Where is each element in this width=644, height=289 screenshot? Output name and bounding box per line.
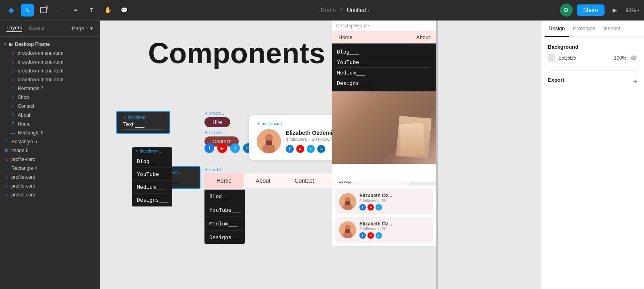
layer-item[interactable]: ◇ dropdown-menu-item [0, 66, 99, 75]
layer-rect-icon: □ [10, 85, 16, 92]
facebook-icon[interactable]: f [204, 143, 214, 153]
pc-social-1: f ▶ t [359, 204, 429, 211]
frame-icon: ⊞ [9, 42, 12, 47]
tab-design[interactable]: Design [545, 21, 569, 37]
layer-component-icon: ◇ [3, 174, 10, 180]
profile-li-icon[interactable]: in [317, 145, 325, 153]
layer-item[interactable]: ⊞ image 6 [0, 146, 99, 155]
right-panel: Design Prototype Inspect Background E5E5… [541, 21, 644, 289]
pc-name-2: Elizabeth Öz... [359, 221, 429, 227]
export-add-button[interactable]: + [633, 78, 638, 86]
pc-tw-icon-2[interactable]: t [376, 232, 382, 239]
color-value[interactable]: E5E5E5 [558, 55, 611, 61]
layer-item[interactable]: □ Rectangle 7 [0, 84, 99, 93]
canvas-divider[interactable] [436, 21, 438, 289]
buttons-section: ✦ btn-pri... Hire ✦ btn-sec... Contact [204, 111, 239, 147]
profile-fb-icon[interactable]: f [286, 145, 294, 153]
pc-fb-icon[interactable]: f [359, 204, 366, 211]
tab-inspect[interactable]: Inspect [599, 21, 624, 37]
btn-secondary-header: ✦ btn-sec... [204, 130, 239, 135]
frame-tool[interactable] [37, 4, 50, 17]
component-star-icon: ✦ [204, 167, 208, 172]
layer-component-icon: ◇ [10, 76, 16, 83]
zoom-control[interactable]: 96% ▾ [625, 7, 639, 13]
df-menu-youtube: YouTube___ [337, 57, 431, 68]
layer-item[interactable]: □ Rectangle 5 [0, 137, 99, 146]
profile-tw-icon[interactable]: t [307, 145, 315, 153]
layer-minus-icon: — [3, 165, 10, 171]
layer-image-icon: ⊞ [3, 147, 10, 154]
layer-item[interactable]: ◇ dropdown-menu-item [0, 58, 99, 66]
layer-item-shop[interactable]: T Shop [0, 93, 99, 102]
layer-item[interactable]: ◇ dropdown-menu-item [0, 49, 99, 58]
df-book-2 [399, 123, 425, 156]
layer-item[interactable]: ◇ profile-card [0, 182, 99, 190]
nav-dd-medium: Medium___ [204, 217, 245, 231]
btn-primary-header: ✦ btn-pri... [204, 111, 239, 116]
layer-group-desktop-frame[interactable]: ▼ ⊞ Desktop Frame [0, 40, 99, 49]
tab-layers[interactable]: Layers [6, 25, 22, 32]
layer-item-about[interactable]: T About [0, 111, 99, 120]
play-button[interactable]: ▶ [609, 4, 621, 17]
layer-item-contact[interactable]: T Contact [0, 102, 99, 111]
right-panel-content: Background E5E5E5 100% Export + [541, 37, 644, 289]
shape-tool[interactable]: □ [53, 4, 66, 17]
main-layout: Layers Assets Page 1 ▾ ▼ ⊞ Desktop Frame… [0, 21, 644, 289]
pc-yt-icon-2[interactable]: ▶ [367, 232, 374, 239]
layer-item[interactable]: — Rectangle 6 [0, 128, 99, 137]
layer-item[interactable]: ◇ dropdown-menu-item [0, 75, 99, 84]
share-button[interactable]: Share [577, 4, 605, 16]
desktop-frame-label: Desktop Frame [332, 21, 436, 31]
ddm-item-medium: Medium___ [132, 181, 172, 194]
visibility-toggle-icon[interactable] [630, 54, 638, 62]
nav-item-contact[interactable]: Contact [283, 173, 326, 188]
pc-info-2: Elizabeth Öz... 4 followers 20 f ▶ t [359, 221, 429, 239]
pc-yt-icon[interactable]: ▶ [367, 204, 374, 211]
nav-item-home[interactable]: Home [204, 173, 244, 188]
nav-item-about[interactable]: About [244, 173, 283, 188]
df-menu-blog: Blog___ [337, 47, 431, 57]
comment-tool[interactable]: 💬 [118, 4, 130, 17]
canvas-scroll[interactable]: Components ✦ dropdown... Text ___ [100, 21, 541, 289]
pc-tw-icon[interactable]: t [376, 204, 382, 211]
layer-component-icon: ◇ [10, 68, 16, 74]
app-menu-icon[interactable]: ◆ [5, 4, 18, 17]
tab-prototype[interactable]: Prototype [569, 21, 599, 37]
profile-avatar [257, 129, 281, 153]
dropdown-dark-menu: ✦ dropdown-... Blog___ YouTube___ Medium… [132, 147, 172, 206]
page-selector[interactable]: Page 1 ▾ [72, 25, 93, 31]
twitter-icon[interactable]: t [230, 143, 240, 153]
layer-minus-icon: — [10, 130, 16, 136]
layer-item[interactable]: ◇ profile-card [0, 155, 99, 164]
layer-item-home[interactable]: T Home [0, 120, 99, 128]
export-header: Export + [548, 77, 638, 87]
layer-item[interactable]: — Rectangle 4 [0, 164, 99, 173]
hire-button[interactable]: Hire [204, 117, 230, 127]
select-tool[interactable]: ↖ [21, 4, 34, 17]
document-title[interactable]: Untitled ▾ [347, 7, 369, 13]
component-star-icon: ✦ [257, 122, 260, 126]
nav-dropdown: Blog___ YouTube___ Medium___ Designs___ [204, 190, 245, 244]
layer-component-icon: ◇ [3, 156, 10, 163]
pc-fb-icon-2[interactable]: f [359, 232, 366, 239]
user-avatar[interactable]: D [560, 4, 573, 17]
layer-item[interactable]: ◇ profile-card [0, 190, 99, 199]
dtb-header: ✦ dropdown... [123, 115, 163, 120]
tab-assets[interactable]: Assets [29, 25, 44, 32]
layer-item[interactable]: ◇ profile-card [0, 173, 99, 182]
pc-info-1: Elizabeth Öz... 4 followers 20 f ▶ t [359, 193, 429, 211]
canvas-area[interactable]: Components ✦ dropdown... Text ___ [100, 21, 541, 289]
layer-component-icon: ◇ [3, 183, 10, 189]
toolbar-left: ◆ ↖ □ ✒ T ✋ 💬 [5, 4, 130, 17]
ddm-item-youtube: YouTube___ [132, 168, 172, 181]
left-panel: Layers Assets Page 1 ▾ ▼ ⊞ Desktop Frame… [0, 21, 100, 289]
pen-tool[interactable]: ✒ [69, 4, 82, 17]
color-swatch[interactable] [548, 54, 555, 62]
profile-yt-icon[interactable]: ▶ [296, 145, 304, 153]
dropdown-text-box-abs: ✦ dropdown... Text ___ [116, 111, 170, 134]
hand-tool[interactable]: ✋ [101, 4, 114, 17]
youtube-icon[interactable]: ▶ [217, 143, 227, 153]
nav-dd-youtube: YouTube___ [204, 203, 245, 217]
text-tool[interactable]: T [85, 4, 98, 17]
pc-stats-2: 4 followers 20 [359, 227, 429, 231]
